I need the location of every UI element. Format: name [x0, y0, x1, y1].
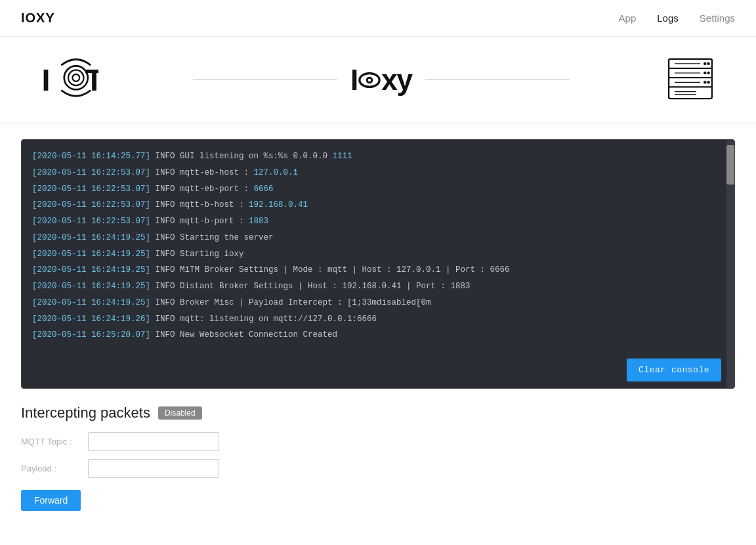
svg-point-18: [707, 72, 709, 74]
mqtt-topic-row: MQTT Topic :: [21, 432, 735, 451]
server-rack-icon: [664, 53, 717, 107]
console-line: [2020-05-11 16:22:53.07] INFO mqtt-eb-po…: [32, 183, 724, 196]
console-wrapper[interactable]: [2020-05-11 16:14:25.77] INFO GUI listen…: [21, 139, 735, 389]
console-line: [2020-05-11 16:22:53.07] INFO mqtt-b-por…: [32, 215, 724, 228]
forward-button[interactable]: Forward: [21, 490, 81, 511]
intercepting-title: Intercepting packets Disabled: [21, 404, 735, 422]
console-line: [2020-05-11 16:22:53.07] INFO mqtt-eb-ho…: [32, 167, 724, 179]
nav-settings[interactable]: Settings: [700, 12, 735, 24]
console-line: [2020-05-11 16:24:19.25] INFO Starting t…: [32, 232, 724, 244]
ioxy-wordmark: I xy: [337, 64, 425, 97]
svg-point-3: [72, 74, 79, 81]
main-content: [2020-05-11 16:14:25.77] INFO GUI listen…: [0, 123, 756, 527]
svg-text:I: I: [42, 63, 51, 97]
wordmark-eye: [358, 66, 381, 95]
svg-text:T: T: [85, 63, 98, 97]
mqtt-topic-label: MQTT Topic :: [21, 437, 80, 447]
svg-point-20: [704, 81, 706, 83]
console-output: [2020-05-11 16:14:25.77] INFO GUI listen…: [22, 148, 734, 385]
svg-point-21: [707, 81, 709, 83]
disabled-badge[interactable]: Disabled: [158, 406, 202, 420]
svg-point-17: [704, 72, 706, 74]
payload-input[interactable]: [88, 459, 219, 478]
console-line: [2020-05-11 16:22:53.07] INFO mqtt-b-hos…: [32, 199, 724, 211]
navbar: IOXY App Logs Settings: [0, 0, 756, 37]
iot-icon: I T: [39, 54, 98, 106]
console-scrollbar[interactable]: [726, 140, 734, 388]
console-line: [2020-05-11 16:24:19.25] INFO Starting i…: [32, 248, 724, 261]
payload-row: Payload :: [21, 459, 735, 478]
nav-app[interactable]: App: [619, 12, 637, 24]
clear-console-button[interactable]: Clear console: [627, 359, 721, 381]
console-line: [2020-05-11 16:24:19.25] INFO Distant Br…: [32, 280, 724, 293]
intercepting-section: Intercepting packets Disabled MQTT Topic…: [21, 404, 735, 511]
nav-logs[interactable]: Logs: [657, 12, 679, 24]
banner-right-line: [425, 79, 570, 80]
payload-label: Payload :: [21, 464, 80, 473]
svg-point-14: [704, 62, 706, 65]
svg-point-2: [68, 70, 83, 85]
console-line: [2020-05-11 16:24:19.26] INFO mqtt: list…: [32, 313, 724, 326]
wordmark-i: I: [350, 64, 358, 97]
console-line: [2020-05-11 16:25:20.07] INFO New Websoc…: [32, 329, 724, 341]
svg-point-15: [707, 62, 709, 65]
nav-links: App Logs Settings: [619, 12, 735, 24]
intercepting-title-text: Intercepting packets: [21, 404, 150, 422]
banner-center: I xy: [98, 64, 664, 97]
header-banner: I T I xy: [0, 37, 756, 123]
banner-left-line: [193, 79, 337, 80]
wordmark-xy: xy: [381, 64, 412, 97]
svg-point-7: [368, 78, 371, 81]
console-line: [2020-05-11 16:24:19.25] INFO Broker Mis…: [32, 297, 724, 309]
brand-logo: IOXY: [21, 11, 55, 26]
svg-rect-12: [669, 87, 712, 98]
console-line: [2020-05-11 16:24:19.25] INFO MiTM Broke…: [32, 264, 724, 276]
console-line: [2020-05-11 16:14:25.77] INFO GUI listen…: [32, 150, 724, 163]
mqtt-topic-input[interactable]: [88, 432, 219, 451]
scrollbar-thumb[interactable]: [726, 145, 734, 185]
